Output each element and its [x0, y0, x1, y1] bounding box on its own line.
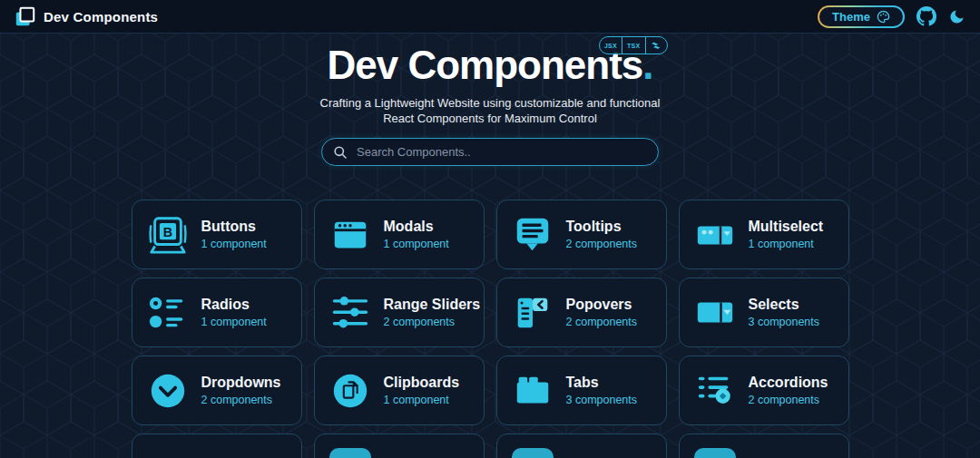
header-actions: Theme: [818, 5, 965, 28]
card-radios[interactable]: Radios 1 component: [132, 278, 302, 347]
top-navbar: Dev Components Theme: [0, 0, 980, 34]
cards-grid: Buttons 1 component Modals 1 component: [132, 200, 849, 458]
subtitle-line-1: Crafting a Lightweight Website using cus…: [0, 95, 980, 111]
search-icon: [333, 145, 348, 160]
logo-cube-icon: [15, 5, 36, 27]
icon-accordion: [694, 370, 736, 412]
card-title: Tabs: [566, 375, 638, 391]
github-icon[interactable]: [916, 6, 936, 26]
card-modals[interactable]: Modals 1 component: [314, 200, 485, 269]
hero: Dev Components. JSX TSX: [327, 43, 652, 88]
card-accordions[interactable]: Accordions 2 components: [679, 356, 849, 425]
card-icon-placeholder: [329, 448, 371, 458]
card-selects[interactable]: Selects 3 components: [679, 278, 849, 347]
icon-sliders: [329, 292, 371, 334]
card-count: 1 component: [749, 238, 824, 250]
theme-button[interactable]: Theme: [818, 5, 905, 28]
card-title: Selects: [749, 297, 820, 313]
card-title: Buttons: [201, 219, 267, 235]
card-title: Modals: [384, 219, 449, 235]
card-range-sliders[interactable]: Range Sliders 2 components: [314, 278, 485, 347]
card-count: 1 component: [384, 394, 460, 406]
card-title: Radios: [201, 297, 267, 313]
card-count: 2 components: [384, 316, 481, 328]
card-count: 1 component: [201, 316, 267, 328]
main-content: Dev Components. JSX TSX Crafting a Light…: [0, 34, 980, 458]
card-count: 2 components: [201, 394, 281, 406]
card-title: Dropdowns: [201, 375, 281, 391]
card-clipboards[interactable]: Clipboards 1 component: [314, 356, 485, 425]
icon-dropdown: [147, 370, 189, 412]
card-count: 2 components: [566, 316, 638, 328]
card-buttons[interactable]: Buttons 1 component: [132, 200, 302, 269]
jsx-file-icon: JSX: [600, 37, 622, 54]
brand-title: Dev Components: [44, 9, 158, 24]
search-bar: [321, 138, 659, 166]
card-count: 1 component: [384, 238, 449, 250]
icon-window: [329, 214, 371, 256]
card-icon-placeholder: [694, 448, 736, 458]
card-multiselect[interactable]: Multiselect 1 component: [679, 200, 849, 269]
moon-icon[interactable]: [948, 8, 965, 25]
tech-badges: JSX TSX: [599, 36, 668, 54]
card-count: 2 components: [749, 394, 828, 406]
card-count: 3 components: [749, 316, 820, 328]
card-tooltips[interactable]: Tooltips 2 components: [496, 200, 667, 269]
partial-card[interactable]: [496, 434, 667, 458]
page: Dev Components Theme: [0, 0, 980, 458]
subtitle-line-2: React Components for Maximum Control: [0, 111, 980, 126]
hero-subtitle: Crafting a Lightweight Website using cus…: [0, 95, 980, 126]
card-dropdowns[interactable]: Dropdowns 2 components: [132, 356, 302, 425]
card-count: 3 components: [566, 394, 638, 406]
icon-clipboard: [329, 370, 371, 412]
icon-tabs: [512, 370, 554, 412]
card-count: 2 components: [566, 238, 638, 250]
card-title: Tooltips: [566, 219, 638, 235]
icon-multiselect: [694, 214, 736, 256]
card-icon-placeholder: [512, 448, 554, 458]
partial-card[interactable]: [314, 434, 485, 458]
icon-keycap: [147, 214, 189, 256]
card-count: 1 component: [201, 238, 267, 250]
card-title: Clipboards: [384, 375, 460, 391]
tailwind-icon: [645, 37, 667, 54]
partial-card[interactable]: [679, 434, 849, 458]
palette-icon: [877, 10, 890, 24]
card-title: Range Sliders: [384, 297, 481, 313]
brand[interactable]: Dev Components: [15, 5, 158, 27]
search-input[interactable]: [355, 144, 647, 160]
icon-popover: [512, 292, 554, 334]
icon-tooltip: [512, 214, 554, 256]
partial-card[interactable]: [132, 434, 302, 458]
card-title: Popovers: [566, 297, 638, 313]
tsx-file-icon: TSX: [622, 37, 645, 54]
card-title: Multiselect: [749, 219, 824, 235]
icon-radios: [147, 292, 189, 334]
card-popovers[interactable]: Popovers 2 components: [496, 278, 667, 347]
card-tabs[interactable]: Tabs 3 components: [496, 356, 667, 425]
card-title: Accordions: [749, 375, 828, 391]
theme-button-label: Theme: [832, 10, 870, 24]
icon-select: [694, 292, 736, 334]
